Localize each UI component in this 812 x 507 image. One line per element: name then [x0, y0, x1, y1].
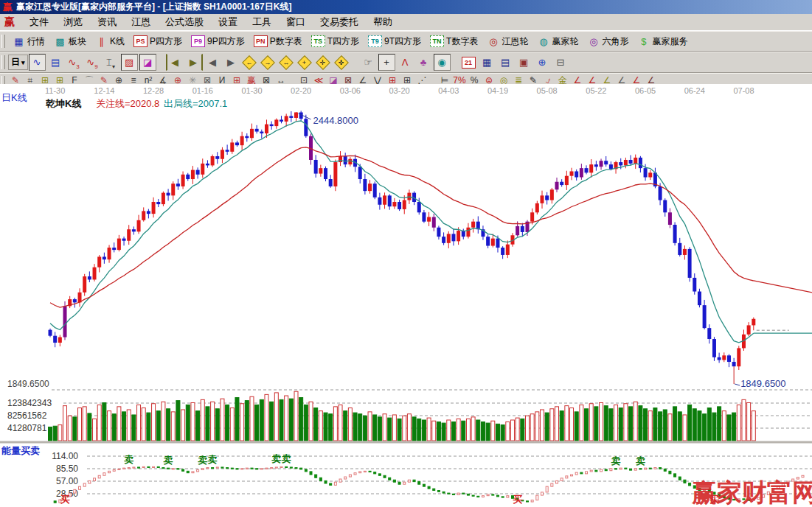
print-icon[interactable]: ⊟ [552, 54, 569, 71]
energy-bar [113, 470, 115, 472]
p-square-button[interactable]: PSP四方形 [129, 32, 187, 50]
energy-bar [216, 467, 218, 468]
chart-area[interactable]: 日K线乾坤K线关注线=2020.8出局线=2007.111-3012-1412-… [0, 84, 812, 507]
winner-service-button-label: 赢家服务 [652, 35, 687, 48]
menu-item-3[interactable]: 江恩 [124, 14, 158, 30]
energy-bar [679, 477, 681, 480]
price-axis-label: 1849.6500 [7, 379, 49, 389]
brain-tool-icon[interactable]: ◉ [434, 54, 451, 71]
go-first-icon[interactable]: ◀ [166, 54, 184, 71]
period-dropdown[interactable]: 日 ▾ [8, 55, 28, 70]
menu-item-1[interactable]: 浏览 [56, 14, 90, 30]
divider-tool-icon[interactable]: Λ [397, 54, 414, 71]
candle [678, 243, 681, 255]
calendar-icon[interactable]: 21 [460, 54, 477, 71]
candle [550, 189, 554, 200]
candle-period-icon[interactable]: ⌶▾ [103, 54, 119, 71]
volume-bar [722, 411, 726, 441]
menu-item-2[interactable]: 资讯 [90, 14, 124, 30]
t-table-button[interactable]: TNT数字表 [426, 32, 482, 50]
volume-bar [255, 405, 259, 441]
dia-right-icon[interactable]: → [260, 54, 277, 71]
menu-item-0[interactable]: 文件 [22, 14, 56, 30]
volume-bar [752, 411, 755, 441]
menu-item-5[interactable]: 设置 [211, 14, 245, 30]
red-grid-icon[interactable]: ▨ [121, 54, 138, 71]
kline-button[interactable]: ∥K线 [91, 32, 129, 50]
tn-box-icon: TN [430, 35, 444, 47]
candle [388, 195, 392, 206]
energy-bar [330, 483, 332, 485]
9t-square-button[interactable]: T99T四方形 [364, 32, 426, 50]
energy-bar [561, 478, 563, 481]
volume-bar [309, 402, 313, 441]
toolbar-grip[interactable] [1, 55, 5, 69]
volume-bar [196, 411, 200, 441]
candle [457, 231, 460, 241]
energy-bar [138, 467, 140, 468]
date-tick: 11-30 [45, 86, 65, 95]
notes-icon[interactable]: ▤ [497, 54, 514, 71]
volume-bar [285, 396, 288, 441]
menu-item-9[interactable]: 帮助 [366, 14, 400, 30]
candle [521, 226, 524, 232]
9p-square-button[interactable]: P99P四方形 [187, 32, 249, 50]
dia-left-icon[interactable]: ← [241, 54, 258, 71]
hand-tool-icon[interactable]: ☞ [360, 54, 377, 71]
wave9-icon[interactable]: ∿9 [84, 54, 101, 71]
export-icon[interactable]: ⊕ [534, 54, 551, 71]
candle [565, 176, 569, 185]
dia-h-expand-icon[interactable]: ↔ [278, 54, 295, 71]
menu-item-8[interactable]: 交易委托 [313, 14, 366, 30]
crosshair-tool-icon[interactable]: + [378, 54, 395, 71]
energy-bar [625, 468, 627, 469]
volume-bar [137, 405, 141, 441]
candle [191, 170, 195, 179]
p-table-button[interactable]: PNP数字表 [249, 32, 307, 50]
save-icon[interactable]: ▣ [516, 54, 532, 71]
energy-bar [212, 468, 214, 469]
candle [88, 276, 91, 279]
volume-bar [703, 414, 707, 441]
wave3-icon[interactable]: ∿3 [66, 54, 83, 71]
winner-service-button[interactable]: $赢家服务 [633, 32, 692, 50]
energy-bar [645, 468, 647, 469]
next-icon[interactable]: ▶ [223, 54, 240, 71]
dia-cross-icon[interactable]: ✜ [333, 54, 350, 71]
volume-bar [451, 422, 455, 441]
menu-item-4[interactable]: 公式选股 [158, 14, 211, 30]
buy-marker: 买 [60, 494, 70, 505]
hexagon-button[interactable]: ◎六角形 [583, 32, 633, 50]
dia-expand-all-icon[interactable]: ✛ [315, 54, 332, 71]
quotes-button[interactable]: ▦行情 [8, 32, 49, 50]
window-title: 赢家江恩专业版[赢家内部服务平台] - [上证指数 SH1A0001-167日K… [16, 1, 291, 13]
p9-box-icon: P9 [191, 35, 205, 47]
volume-bar [353, 413, 357, 441]
t-square-button[interactable]: TST四方形 [307, 32, 364, 50]
document-icon[interactable]: ▤ [47, 54, 64, 71]
title-bar: 赢 赢家江恩专业版[赢家内部服务平台] - [上证指数 SH1A0001-167… [0, 0, 812, 14]
volume-bar [97, 405, 101, 441]
toolbar-grip[interactable] [1, 35, 5, 48]
gann-wheel-button[interactable]: ◎江恩轮 [482, 32, 532, 50]
dia-compress-icon[interactable]: + [296, 54, 313, 71]
sectors-button[interactable]: ▩板块 [49, 32, 91, 50]
color-chart-icon[interactable]: ◪ [139, 54, 156, 71]
volume-bar [555, 407, 559, 441]
magic-tool-icon[interactable]: ♣ [415, 54, 432, 71]
zigzag-tool-icon[interactable]: ∿ [29, 54, 46, 71]
candle [363, 179, 367, 191]
menu-item-6[interactable]: 工具 [245, 14, 279, 30]
t9-box-icon: T9 [368, 35, 382, 47]
calculator-icon[interactable]: ▦ [479, 54, 496, 71]
candle [63, 306, 67, 337]
go-last-icon[interactable]: ▶ [185, 54, 203, 71]
prev-icon[interactable]: ◀ [204, 54, 221, 71]
energy-bar [236, 469, 238, 469]
main-chart[interactable]: 日K线乾坤K线关注线=2020.8出局线=2007.111-3012-1412-… [0, 84, 812, 507]
winner-wheel-button[interactable]: ◍赢家轮 [532, 32, 583, 50]
date-tick: 05-08 [537, 86, 558, 95]
candle [73, 299, 77, 302]
menu-item-7[interactable]: 窗口 [279, 14, 313, 30]
volume-bar [634, 402, 637, 441]
